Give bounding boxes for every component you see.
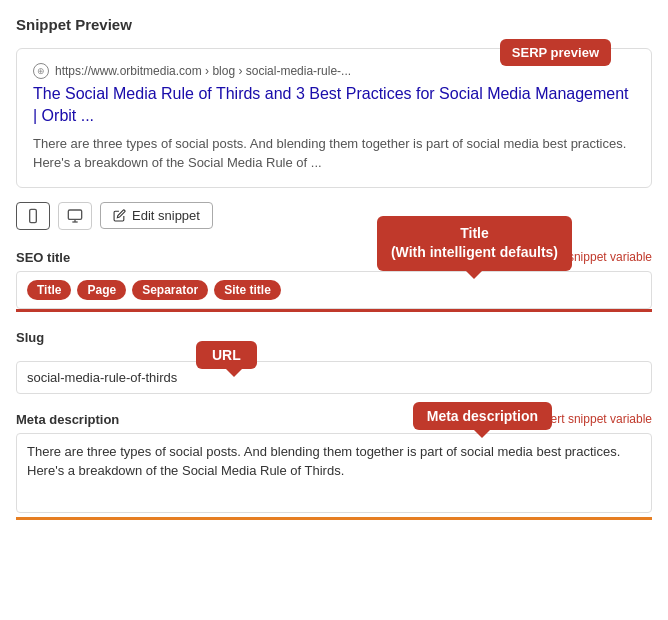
globe-icon: ⊕ [33, 63, 49, 79]
mobile-icon [25, 208, 41, 224]
edit-snippet-label: Edit snippet [132, 208, 200, 223]
meta-description-underline [16, 517, 652, 520]
tag-title[interactable]: Title [27, 280, 71, 300]
serp-preview-card: ⊕ https://www.orbitmedia.com › blog › so… [16, 48, 652, 188]
slug-section: Slug URL [16, 330, 652, 394]
seo-title-section: SEO title Insert snippet variable Title … [16, 250, 652, 309]
serp-description: There are three types of social posts. A… [33, 134, 635, 173]
snippet-preview-title: Snippet Preview [16, 16, 132, 33]
svg-rect-0 [30, 209, 37, 222]
seo-title-underline [16, 309, 652, 312]
serp-preview-badge: SERP preview [500, 39, 611, 66]
slug-input[interactable] [16, 361, 652, 394]
tag-site-title[interactable]: Site title [214, 280, 281, 300]
meta-description-section: Meta description Insert snippet variable… [16, 412, 652, 517]
section-header: Snippet Preview [16, 16, 652, 34]
tag-page[interactable]: Page [77, 280, 126, 300]
slug-label-row: Slug [16, 330, 652, 345]
mobile-device-button[interactable] [16, 202, 50, 230]
meta-description-input[interactable]: There are three types of social posts. A… [16, 433, 652, 513]
serp-title[interactable]: The Social Media Rule of Thirds and 3 Be… [33, 83, 635, 128]
seo-title-tags-container: Title Page Separator Site title [16, 271, 652, 309]
svg-rect-2 [68, 210, 81, 219]
serp-url: https://www.orbitmedia.com › blog › soci… [55, 64, 351, 78]
meta-description-label: Meta description [16, 412, 119, 427]
title-tooltip-line2: (With intelligent defaults) [391, 243, 558, 263]
slug-label: Slug [16, 330, 44, 345]
edit-snippet-button[interactable]: Edit snippet [100, 202, 213, 229]
desktop-icon [67, 208, 83, 224]
seo-title-label: SEO title [16, 250, 70, 265]
meta-insert-variable[interactable]: Insert snippet variable [535, 412, 652, 426]
url-tooltip: URL [196, 341, 257, 369]
desktop-device-button[interactable] [58, 202, 92, 230]
pencil-icon [113, 209, 126, 222]
title-tooltip-line1: Title [391, 224, 558, 244]
tag-separator[interactable]: Separator [132, 280, 208, 300]
title-tooltip: Title (With intelligent defaults) [377, 216, 572, 271]
meta-description-tooltip: Meta description [413, 402, 552, 430]
meta-description-label-row: Meta description Insert snippet variable… [16, 412, 652, 427]
